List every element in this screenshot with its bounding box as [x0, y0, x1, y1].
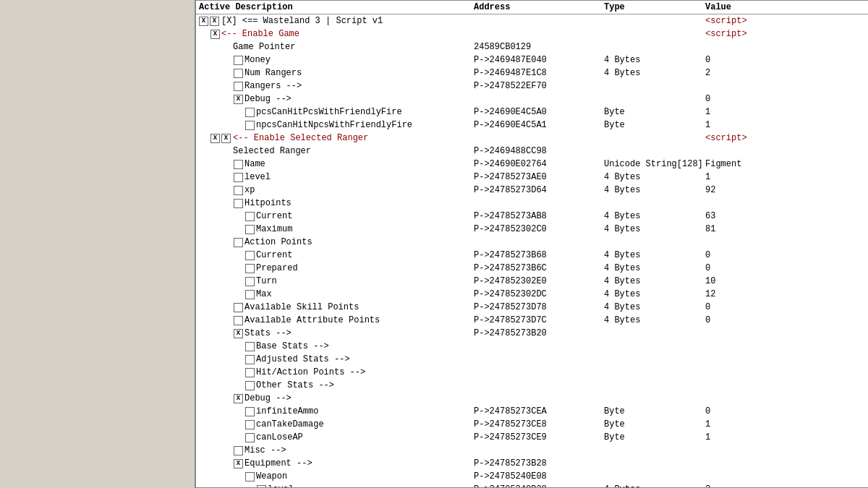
- checkbox-x[interactable]: [234, 394, 243, 403]
- table-row[interactable]: MaximumP->247852302C04 Bytes81: [196, 223, 868, 236]
- table-row[interactable]: TurnP->247852302E04 Bytes10: [196, 275, 868, 288]
- table-row[interactable]: CurrentP->24785273AB84 Bytes63: [196, 210, 868, 223]
- addr-cell: P->24785240E08: [474, 471, 604, 481]
- checkbox-empty[interactable]: [234, 69, 243, 78]
- checkbox-empty[interactable]: [245, 381, 255, 390]
- type-cell: Byte: [604, 432, 705, 442]
- checkbox-x2[interactable]: [210, 17, 219, 26]
- checkbox-empty[interactable]: [245, 212, 255, 221]
- table-row[interactable]: levelP->24785273AE04 Bytes1: [196, 171, 868, 184]
- checkbox-empty[interactable]: [234, 173, 243, 182]
- type-cell: Byte: [604, 107, 705, 117]
- table-row[interactable]: Hitpoints: [196, 197, 868, 210]
- checkbox-empty[interactable]: [234, 82, 243, 91]
- checkbox-empty[interactable]: [245, 225, 255, 234]
- row-label: Available Skill Points: [244, 302, 359, 312]
- val-cell: 81: [705, 224, 792, 234]
- checkbox-empty[interactable]: [234, 238, 243, 247]
- checkbox-empty[interactable]: [234, 160, 243, 169]
- table-row[interactable]: [X] <== Wasteland 3 | Script v1<script>: [196, 14, 868, 27]
- table-row[interactable]: npcsCanHitNpcsWithFriendlyFireP->24690E4…: [196, 119, 868, 132]
- row-label: Current: [256, 211, 292, 221]
- table-row[interactable]: Available Attribute PointsP->24785273D7C…: [196, 314, 868, 327]
- table-row[interactable]: Debug -->: [196, 392, 868, 405]
- checkbox-empty[interactable]: [245, 121, 255, 130]
- addr-cell: P->2469488CC98: [474, 146, 604, 156]
- val-cell: 1: [705, 419, 792, 429]
- table-body: [X] <== Wasteland 3 | Script v1<script><…: [196, 14, 868, 488]
- table-row[interactable]: Other Stats -->: [196, 379, 868, 392]
- table-row[interactable]: levelP->24785240B284 Bytes3: [196, 483, 868, 488]
- addr-cell: P->247852302E0: [474, 276, 604, 286]
- type-cell: 4 Bytes: [604, 211, 705, 221]
- checkbox-x2[interactable]: [221, 134, 231, 143]
- table-row[interactable]: Stats -->P->24785273B20: [196, 327, 868, 340]
- checkbox-empty[interactable]: [257, 485, 266, 489]
- table-row[interactable]: Rangers -->P->2478522EF70: [196, 80, 868, 93]
- checkbox-empty[interactable]: [234, 303, 243, 312]
- desc-cell: canLoseAP: [199, 432, 474, 442]
- checkbox-x[interactable]: [210, 134, 220, 143]
- table-row[interactable]: Equipment -->P->24785273B28: [196, 457, 868, 470]
- addr-cell: P->24690E4C5A1: [474, 120, 604, 130]
- row-label: Num Rangers: [244, 68, 302, 78]
- checkbox-empty[interactable]: [245, 290, 255, 299]
- table-row[interactable]: Action Points: [196, 236, 868, 249]
- checkbox-empty[interactable]: [234, 446, 243, 455]
- type-cell: Byte: [604, 120, 705, 130]
- addr-cell: P->2478522EF70: [474, 81, 604, 91]
- table-row[interactable]: infiniteAmmoP->24785273CEAByte0: [196, 405, 868, 418]
- checkbox-empty[interactable]: [245, 108, 255, 117]
- val-cell: <script>: [705, 133, 792, 143]
- row-label: Rangers -->: [244, 81, 302, 91]
- table-row[interactable]: <-- Enable Selected Ranger<script>: [196, 132, 868, 145]
- checkbox-empty[interactable]: [245, 472, 255, 481]
- checkbox-empty[interactable]: [245, 420, 255, 429]
- checkbox-empty[interactable]: [245, 342, 255, 351]
- table-row[interactable]: CurrentP->24785273B684 Bytes0: [196, 249, 868, 262]
- row-label: Selected Ranger: [233, 146, 311, 156]
- table-row[interactable]: <-- Enable Game<script>: [196, 27, 868, 40]
- checkbox-empty[interactable]: [245, 407, 255, 416]
- checkbox-empty[interactable]: [234, 56, 243, 65]
- checkbox-empty[interactable]: [245, 264, 255, 273]
- table-row[interactable]: pcsCanHitPcsWithFriendlyFireP->24690E4C5…: [196, 106, 868, 119]
- checkbox-empty[interactable]: [245, 433, 255, 442]
- type-cell: 4 Bytes: [604, 172, 705, 182]
- table-row[interactable]: Hit/Action Points -->: [196, 366, 868, 379]
- row-label: level: [268, 484, 294, 488]
- row-label: Debug -->: [244, 94, 292, 104]
- checkbox-x[interactable]: [210, 30, 220, 39]
- checkbox-empty[interactable]: [245, 355, 255, 364]
- table-row[interactable]: NameP->24690E02764Unicode String[128]Fig…: [196, 158, 868, 171]
- table-row[interactable]: MoneyP->2469487E0404 Bytes0: [196, 53, 868, 67]
- table-row[interactable]: MaxP->247852302DC4 Bytes12: [196, 288, 868, 301]
- checkbox-empty[interactable]: [234, 199, 243, 208]
- checkbox-empty[interactable]: [234, 316, 243, 325]
- type-cell: Byte: [604, 406, 705, 416]
- table-row[interactable]: Available Skill PointsP->24785273D784 By…: [196, 301, 868, 314]
- checkbox-x[interactable]: [199, 17, 208, 26]
- checkbox-x[interactable]: [234, 329, 243, 338]
- table-row[interactable]: Num RangersP->2469487E1C84 Bytes2: [196, 67, 868, 80]
- table-row[interactable]: Debug -->0: [196, 93, 868, 106]
- table-row[interactable]: Adjusted Stats -->: [196, 353, 868, 366]
- checkbox-x[interactable]: [234, 95, 243, 104]
- table-row[interactable]: Misc -->: [196, 444, 868, 457]
- table-row[interactable]: canTakeDamageP->24785273CE8Byte1: [196, 418, 868, 431]
- checkbox-x[interactable]: [234, 459, 243, 468]
- val-cell: 2: [705, 68, 792, 78]
- table-row[interactable]: xpP->24785273D644 Bytes92: [196, 184, 868, 197]
- checkbox-empty[interactable]: [245, 368, 255, 377]
- addr-cell: P->24785273CE8: [474, 419, 604, 429]
- addr-cell: P->24785273B28: [474, 458, 604, 468]
- table-row[interactable]: canLoseAPP->24785273CE9Byte1: [196, 431, 868, 444]
- table-row[interactable]: Selected RangerP->2469488CC98: [196, 145, 868, 158]
- table-row[interactable]: Base Stats -->: [196, 340, 868, 353]
- checkbox-empty[interactable]: [234, 186, 243, 195]
- checkbox-empty[interactable]: [245, 251, 255, 260]
- checkbox-empty[interactable]: [245, 277, 255, 286]
- table-row[interactable]: WeaponP->24785240E08: [196, 470, 868, 483]
- table-row[interactable]: PreparedP->24785273B6C4 Bytes0: [196, 262, 868, 275]
- table-row[interactable]: Game Pointer24589CB0129: [196, 40, 868, 53]
